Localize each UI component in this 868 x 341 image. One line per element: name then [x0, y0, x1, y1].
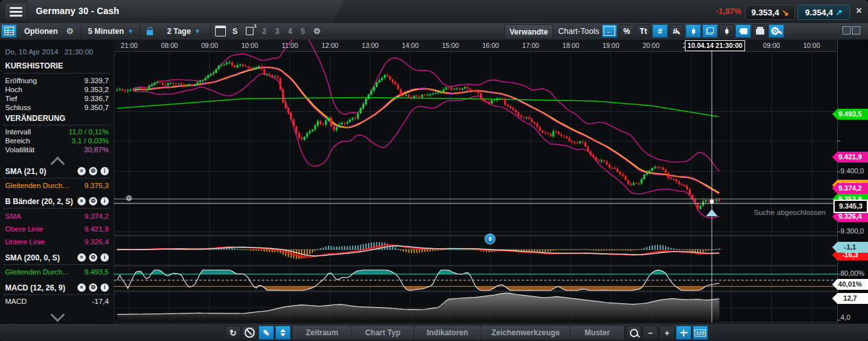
zoom-in-button[interactable]: +: [659, 326, 675, 340]
bb-mid-price-flag: 9.374,2: [832, 183, 868, 194]
gear-icon[interactable]: ⚙: [89, 167, 97, 175]
info-icon[interactable]: i: [100, 283, 109, 292]
settings-gear-button[interactable]: ⚙: [310, 24, 324, 38]
interval-change-row: Intervall11,0 / 0,11%: [5, 128, 109, 137]
range-change-row: Bereich3,1 / 0,03%: [5, 137, 109, 146]
refresh-button[interactable]: ↻: [225, 326, 241, 340]
related-button[interactable]: Verwandte: [504, 24, 553, 39]
remove-icon[interactable]: ×: [77, 167, 86, 175]
clear-drawings-button[interactable]: [242, 326, 257, 340]
chevron-down-icon: ▼: [128, 28, 134, 35]
zoom-out-button[interactable]: −: [643, 326, 658, 340]
candle-type-button[interactable]: [686, 24, 701, 38]
axis-tick: [837, 141, 840, 141]
search-status-text: Suche abgeschlossen: [698, 209, 826, 216]
draw-button[interactable]: ✎: [259, 326, 274, 340]
grid-edit-button[interactable]: #✎: [669, 24, 684, 38]
collapse-down-chevron-icon[interactable]: [51, 308, 65, 322]
low-row: Tief9.336,7: [5, 95, 109, 104]
numeric-entry-button[interactable]: 123: [693, 326, 708, 340]
grid-toggle-button[interactable]: #: [652, 24, 668, 38]
calendar-icon: [215, 26, 226, 36]
print-button[interactable]: [752, 24, 768, 38]
chart-canvas[interactable]: [114, 40, 837, 323]
pane-splitter-handle[interactable]: [485, 234, 495, 244]
menu-indikatoren[interactable]: Indikatoren: [414, 326, 481, 340]
pencil-icon: ✎: [676, 30, 680, 36]
chart-list-button[interactable]: [1, 24, 17, 38]
up-arrow-icon: ↗: [835, 8, 842, 17]
close-icon[interactable]: ×: [853, 5, 865, 17]
calendar-button[interactable]: [213, 24, 228, 38]
layout-page-4-button[interactable]: 4: [284, 24, 296, 38]
zoom-search-button[interactable]: [626, 326, 641, 340]
bb-sma-row: SMA9.374,2: [5, 212, 109, 221]
cursor-date: Do, 10 Apr 2014 21:30:00: [5, 48, 93, 56]
lock-button[interactable]: [142, 24, 157, 38]
reorder-button[interactable]: [275, 326, 291, 340]
menu-zeichenwerkzeuge[interactable]: Zeichenwerkzeuge: [481, 326, 570, 340]
sma21-controls: ×⚙i: [77, 167, 109, 175]
volatility-row: Volatilität30,87%: [5, 146, 109, 155]
back-arrow-icon: ←: [604, 26, 615, 36]
snapshot-button[interactable]: S: [229, 24, 241, 38]
axis-tick: [837, 274, 840, 274]
gear-icon: ⚙: [313, 26, 321, 36]
bb-upper-price-flag: 9.421,9: [832, 152, 868, 163]
range-dropdown[interactable]: 2 Tage▼: [159, 24, 209, 38]
list-grid-icon: [4, 27, 14, 35]
interval-dropdown[interactable]: 5 Minuten▼: [83, 24, 138, 38]
layout-page-5-button[interactable]: 5: [297, 24, 309, 38]
menu-muster[interactable]: Muster: [570, 326, 624, 340]
layout-page-1-button[interactable]: 1: [242, 24, 257, 38]
instrument-title: Germany 30 - Cash: [36, 6, 119, 16]
info-icon[interactable]: i: [100, 167, 109, 175]
page-icon: 1: [246, 27, 253, 35]
gear-icon[interactable]: ⚙: [89, 197, 97, 205]
info-icon[interactable]: i: [100, 253, 109, 262]
sma200-value-row: Gleitenden Durch...9.493,5: [5, 268, 109, 277]
sma21-value-row: Gleitenden Durch...9.375,3: [5, 182, 109, 191]
bb-upper-row: Obere Linie9.421,9: [5, 225, 109, 234]
magnifier-icon: [630, 329, 638, 337]
kurshistorie-header: KURSHISTORIE: [5, 61, 63, 70]
windows-layout-button[interactable]: [702, 24, 718, 38]
panel-layout-icon[interactable]: [852, 26, 860, 35]
buy-price-button[interactable]: 9.354,4 ↗: [798, 4, 850, 20]
chevron-down-icon: ▼: [195, 28, 200, 35]
bbands-header: B Bänder (20, 2, S): [5, 197, 73, 206]
gear-icon[interactable]: ⚙: [89, 253, 97, 262]
lock-icon: [147, 30, 153, 35]
remove-icon[interactable]: ×: [77, 283, 86, 292]
price-label-button[interactable]: [735, 24, 751, 38]
candle-icon: [692, 28, 695, 35]
high-row: Hoch9.353,2: [5, 86, 109, 95]
sell-price-button[interactable]: 9.353,4 ↘: [745, 4, 795, 20]
text-tool-button[interactable]: Tt: [636, 24, 651, 38]
macd-controls: ×⚙i: [77, 283, 109, 292]
axis-tick: [837, 320, 840, 321]
info-icon[interactable]: i: [100, 197, 109, 205]
title-bar: Germany 30 - Cash -1,87% 9.353,4 ↘ 9.354…: [0, 0, 868, 24]
layout-page-2-button[interactable]: 2: [259, 24, 270, 38]
change-percent: -1,87%: [704, 7, 741, 16]
remove-icon[interactable]: ×: [77, 197, 86, 205]
back-button[interactable]: ←: [602, 24, 617, 38]
percent-scale-button[interactable]: %: [619, 24, 634, 38]
options-button[interactable]: Optionen: [20, 24, 61, 38]
chart-settings-button[interactable]: ⚙✎: [769, 24, 784, 38]
remove-icon[interactable]: ×: [77, 253, 86, 262]
pencil-icon: ✎: [778, 30, 783, 36]
options-gear-button[interactable]: ⚙: [63, 24, 77, 38]
menu-zeitraum[interactable]: Zeitraum: [293, 326, 352, 340]
digits-icon: 123: [695, 329, 705, 337]
layout-page-3-button[interactable]: 3: [271, 24, 283, 38]
price-line-gear-icon[interactable]: ⚙: [125, 194, 133, 203]
pan-button[interactable]: [676, 326, 691, 340]
gear-icon[interactable]: ⚙: [89, 283, 97, 292]
collapse-panel-icon[interactable]: [842, 26, 851, 35]
chart-style-button[interactable]: [719, 24, 734, 38]
hamburger-menu-icon[interactable]: [5, 3, 27, 20]
collapse-up-chevron-icon[interactable]: [51, 157, 65, 171]
menu-chart-typ[interactable]: Chart Typ: [352, 326, 414, 340]
